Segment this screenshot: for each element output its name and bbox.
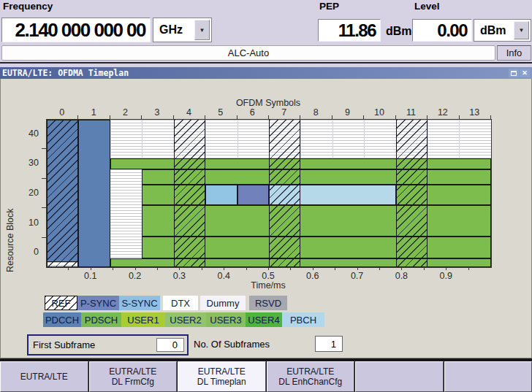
softkey-eutra-lte-dl-frmcfg[interactable]: EUTRA/LTEDL FrmCfg [89, 361, 178, 392]
x-axis-tick-label: 0.9 [439, 271, 452, 281]
legend-chip-pbch: PBCH [282, 312, 324, 327]
x-axis-title: Time/ms [46, 280, 490, 291]
alc-status-bar: ALC-Auto [1, 45, 495, 61]
ref-hatch-column-4 [174, 120, 205, 267]
first-subframe-label: First Subframe [33, 336, 95, 354]
softkey-eutra-lte[interactable]: EUTRA/LTE [0, 361, 88, 392]
axis-tick [379, 267, 380, 270]
timeplan-plot [46, 119, 492, 268]
legend-chip-pdcch: PDCCH [43, 312, 81, 327]
level-value-field[interactable]: 0.00 [412, 19, 472, 42]
softkey-label: EUTRA/LTE [198, 366, 246, 377]
timeplan-block-p-sync [238, 185, 269, 205]
legend-chip-pdsch: PDSCH [81, 312, 121, 327]
axis-tick [268, 267, 269, 270]
chevron-down-icon[interactable]: ▼ [194, 20, 210, 40]
frequency-value: 2.140 000 000 00 [15, 19, 150, 42]
axis-tick [335, 267, 335, 270]
axis-tick [290, 267, 291, 270]
header-separator [0, 62, 532, 64]
legend-chip-dtx: DTX [163, 296, 198, 310]
window-body: OFDM Symbols 012345678910111213 Resource… [0, 79, 532, 358]
axis-tick [91, 267, 91, 270]
frequency-unit-dropdown[interactable]: GHz ▼ [153, 18, 212, 42]
no-of-subframes-value[interactable]: 1 [315, 336, 343, 352]
y-axis-tick-label: 0 [34, 247, 39, 257]
alc-status-text: ALC-Auto [228, 47, 269, 58]
pep-unit-label: dBm [386, 25, 412, 38]
level-label: Level [414, 1, 440, 12]
no-of-subframes-label: No. Of Subframes [194, 336, 270, 352]
frequency-value-field[interactable]: 2.140 000 000 00 [1, 18, 151, 42]
softkey-label: DL Timeplan [197, 377, 246, 387]
x-axis-ticks [46, 267, 490, 270]
window-title-bar[interactable]: EUTRA/LTE: OFDMA Timeplan ✕ [0, 67, 532, 79]
level-value: 0.00 [437, 20, 471, 41]
axis-tick [246, 267, 247, 270]
axis-tick [202, 267, 202, 270]
x-axis-tick-label: 0.3 [173, 271, 186, 281]
axis-tick [446, 267, 446, 270]
ref-hatch-column-0 [47, 120, 78, 267]
pep-value: 11.86 [338, 20, 380, 41]
x-axis-tick-label: 0.5 [262, 271, 274, 281]
x-axis-tick-label: 0.2 [129, 271, 141, 281]
softkey-empty-6[interactable] [444, 361, 532, 392]
y-axis-tick-label: 10 [28, 218, 39, 228]
y-axis-tick-label: 30 [28, 158, 39, 168]
axis-tick [401, 267, 402, 270]
instrument-screen: Frequency 2.140 000 000 00 GHz ▼ PEP 11.… [0, 0, 532, 392]
window-title: EUTRA/LTE: OFDMA Timeplan [2, 68, 508, 78]
close-button[interactable]: ✕ [520, 69, 530, 77]
softkey-empty-5[interactable] [355, 361, 444, 392]
y-axis-tick-label: 20 [28, 188, 39, 198]
first-subframe-field-group[interactable]: First Subframe 0 [27, 334, 189, 356]
axis-tick [468, 267, 469, 270]
frequency-label: Frequency [3, 1, 53, 12]
axis-tick [135, 267, 136, 270]
level-unit-dropdown[interactable]: dBm ▼ [474, 19, 531, 42]
x-axis-tick-label: 0.1 [84, 271, 96, 281]
softkey-label: DL FrmCfg [112, 377, 154, 387]
timeplan-block-pdcch [78, 120, 110, 267]
x-axis-tick-label: 0.7 [351, 271, 363, 281]
legend-chip-user4: USER4 [246, 312, 282, 327]
legend-chip-p-sync: P-SYNC [77, 296, 119, 310]
legend-row-2: PDCCHPDSCHUSER1USER2USER3USER4PBCH [1, 312, 532, 327]
axis-tick [313, 267, 314, 270]
pep-value-field: 11.86 [318, 19, 381, 42]
softkey-eutra-lte-dl-timeplan[interactable]: EUTRA/LTEDL Timeplan [178, 361, 266, 392]
axis-tick [113, 267, 113, 270]
axis-tick [157, 267, 158, 270]
top-axis-title: OFDM Symbols [46, 98, 490, 108]
legend-row-1: REFP-SYNCS-SYNCDTXDummyRSVD [1, 296, 532, 310]
timeplan-window: EUTRA/LTE: OFDMA Timeplan ✕ OFDM Symbols… [0, 67, 532, 358]
legend-chip-user1: USER1 [121, 312, 165, 327]
axis-tick [68, 267, 69, 270]
level-unit-label: dBm [480, 20, 506, 41]
x-axis-tick-label: 0.8 [395, 271, 408, 281]
legend-chip-user3: USER3 [206, 312, 246, 327]
legend-chip-user2: USER2 [165, 312, 206, 327]
first-subframe-value[interactable]: 0 [156, 338, 184, 352]
softkey-label: DL EnhChanCfg [278, 377, 342, 387]
softkey-label: EUTRA/LTE [20, 372, 68, 382]
info-button[interactable]: Info [497, 45, 531, 61]
x-axis-tick-label: 0.4 [217, 271, 229, 281]
axis-tick [424, 267, 425, 270]
softkey-label: EUTRA/LTE [109, 366, 156, 377]
legend-chip-dummy: Dummy [200, 296, 246, 310]
maximize-icon [511, 71, 517, 76]
axis-tick [357, 267, 358, 270]
softkey-eutra-lte-dl-enhchancfg[interactable]: EUTRA/LTEDL EnhChanCfg [267, 361, 355, 392]
axis-tick [224, 267, 224, 270]
y-axis-tick-labels: 403020100 [20, 119, 40, 266]
legend-chip-s-sync: S-SYNC [119, 296, 160, 310]
chevron-down-icon[interactable]: ▼ [514, 21, 529, 39]
timeplan-block-s-sync [205, 185, 237, 205]
y-axis-tick-label: 40 [28, 128, 39, 139]
maximize-button[interactable] [509, 69, 519, 77]
legend-chip-ref: REF [45, 296, 77, 310]
x-axis-tick-labels: 0.10.20.30.40.50.60.70.80.9 [46, 271, 490, 280]
softkey-bar: EUTRA/LTEEUTRA/LTEDL FrmCfgEUTRA/LTEDL T… [0, 358, 532, 392]
